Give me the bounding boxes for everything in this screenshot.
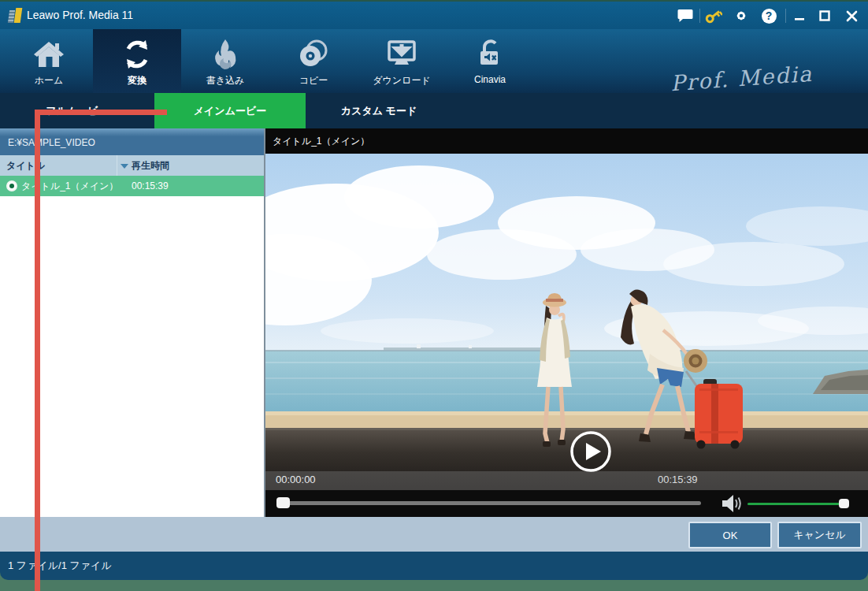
settings-gear-icon[interactable] <box>731 6 751 25</box>
nav-label: 変換 <box>128 74 147 87</box>
nav-label: コピー <box>299 74 328 87</box>
nav-item-download[interactable]: ダウンロード <box>358 29 446 93</box>
cinavia-lock-icon <box>473 37 506 72</box>
burn-flame-icon <box>210 37 241 72</box>
annotation-line-horizontal <box>35 110 167 115</box>
play-button[interactable] <box>569 430 612 473</box>
tab-custom-mode[interactable]: カスタム モード <box>306 93 452 128</box>
nav-label: 書き込み <box>206 74 245 87</box>
video-frame: 00:00:00 00:15:39 <box>265 154 868 490</box>
footer-bar: OK キャンセル <box>0 517 868 552</box>
nav-item-convert[interactable]: 変換 <box>93 29 181 93</box>
nav-label: ホーム <box>35 74 64 87</box>
cancel-button[interactable]: キャンセル <box>777 522 862 548</box>
nav-item-copy[interactable]: コピー <box>269 29 358 93</box>
volume-bar[interactable] <box>747 503 845 505</box>
register-key-icon[interactable] <box>703 6 724 25</box>
preview-pane: タイトル_1（メイン） <box>265 128 868 517</box>
ok-button[interactable]: OK <box>688 522 772 548</box>
brand-signature: Prof. Media <box>670 61 814 96</box>
total-time: 00:15:39 <box>658 474 698 485</box>
copy-disc-icon <box>297 37 330 72</box>
annotation-line-vertical <box>35 110 40 591</box>
close-button[interactable] <box>841 6 862 25</box>
maximize-button[interactable] <box>814 6 835 25</box>
tab-label: カスタム モード <box>341 104 417 118</box>
video-scene <box>265 154 868 490</box>
nav-item-cinavia[interactable]: Cinavia <box>446 29 534 93</box>
window-title: Leawo Prof. Media 11 <box>27 9 133 21</box>
help-glyph: ? <box>762 9 777 24</box>
nav-label: ダウンロード <box>373 74 430 87</box>
convert-icon <box>121 37 154 72</box>
speaker-icon[interactable] <box>721 493 743 517</box>
seek-handle[interactable] <box>276 497 290 508</box>
nav-item-burn[interactable]: 書き込み <box>181 29 269 93</box>
nav-item-home[interactable]: ホーム <box>5 29 93 93</box>
help-icon[interactable]: ? <box>759 6 779 25</box>
time-overlay: 00:00:00 00:15:39 <box>265 471 868 490</box>
tab-label: メインムービー <box>194 104 267 118</box>
column-header-duration[interactable]: 再生時間 <box>117 155 169 176</box>
distant-shore <box>384 348 565 351</box>
feedback-icon[interactable] <box>675 6 696 25</box>
home-icon <box>32 37 65 72</box>
titlebar: Leawo Prof. Media 11 ? <box>0 0 868 29</box>
nav-label: Cinavia <box>474 74 506 85</box>
player-controls <box>265 490 868 517</box>
title-row-duration: 00:15:39 <box>132 176 169 196</box>
tab-main-movie[interactable]: メインムービー <box>154 93 306 128</box>
titlebar-separator-2 <box>785 9 786 23</box>
preview-title: タイトル_1（メイン） <box>265 128 868 154</box>
seek-bar[interactable] <box>280 501 701 505</box>
minimize-button[interactable] <box>789 6 810 25</box>
radio-selected-icon[interactable] <box>6 180 17 191</box>
current-time: 00:00:00 <box>276 474 316 485</box>
download-icon <box>385 37 418 72</box>
status-bar: 1 ファイル/1 ファイル <box>0 552 868 580</box>
app-logo-icon <box>8 8 24 24</box>
titlebar-separator <box>699 9 700 23</box>
volume-handle[interactable] <box>839 499 849 508</box>
main-nav: ホーム 変換 書き込み <box>0 29 868 93</box>
